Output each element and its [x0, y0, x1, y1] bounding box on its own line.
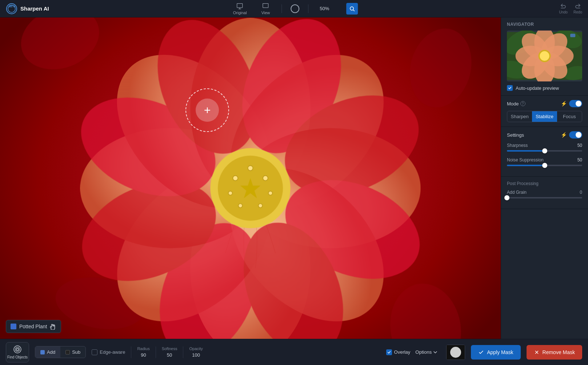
noise-suppression-thumb[interactable]: [542, 163, 547, 168]
add-button[interactable]: Add: [35, 346, 60, 358]
svg-point-28: [228, 191, 232, 195]
mode-label: Mode ?: [507, 101, 525, 107]
sharpness-slider-row: Sharpness 50: [507, 143, 582, 152]
zoom-level: 50%: [317, 6, 332, 11]
sub-label: Sub: [72, 349, 80, 355]
svg-point-30: [238, 204, 242, 208]
app-logo: BETA Sharpen AI: [6, 3, 49, 15]
settings-label: Settings: [507, 132, 524, 138]
app-logo-icon: BETA: [6, 3, 17, 15]
app-title: Sharpen AI: [20, 5, 49, 12]
canvas-area[interactable]: + Potted Plant: [0, 17, 501, 339]
canvas-object-label: Potted Plant: [6, 320, 61, 333]
svg-line-8: [353, 10, 355, 11]
separator-3: [183, 346, 183, 358]
add-grain-thumb[interactable]: [504, 195, 509, 200]
noise-suppression-track[interactable]: [507, 165, 582, 166]
add-grain-label: Add Grain: [507, 190, 527, 195]
edge-aware-checkbox[interactable]: [92, 349, 97, 355]
softness-label: Softness: [162, 346, 177, 351]
radius-value: 90: [141, 352, 146, 358]
hand-tool-icon: [50, 323, 56, 330]
circle-indicator: [291, 4, 299, 13]
sharpness-fill: [507, 150, 545, 152]
apply-mask-label: Apply Mask: [487, 349, 513, 355]
sub-color-indicator: [65, 350, 70, 354]
topbar: BETA Sharpen AI Original View 50% Undo R…: [0, 0, 588, 17]
post-processing-section: Post Processing Add Grain 0: [501, 177, 588, 209]
svg-point-27: [268, 191, 272, 195]
noise-suppression-slider-row: Noise Suppression 50: [507, 157, 582, 166]
mode-help-icon[interactable]: ?: [520, 101, 525, 106]
overlay-checkbox[interactable]: [386, 349, 392, 355]
label-color-swatch: [11, 324, 16, 329]
auto-update-checkbox[interactable]: [507, 85, 513, 91]
find-objects-button[interactable]: Find Objects: [6, 342, 29, 362]
noise-suppression-label: Noise Suppression: [507, 157, 544, 163]
noise-suppression-value: 50: [577, 157, 582, 163]
sub-button[interactable]: Sub: [60, 346, 85, 358]
undo-button[interactable]: Undo: [559, 3, 568, 14]
topbar-divider-2: [308, 4, 308, 13]
nav-thumb-image: [507, 31, 582, 81]
add-grain-label-row: Add Grain 0: [507, 190, 582, 195]
svg-rect-3: [237, 3, 243, 8]
tab-stabilize[interactable]: Stabilize: [532, 111, 557, 122]
sharpness-thumb[interactable]: [542, 148, 547, 153]
opacity-label: Opacity: [189, 346, 203, 351]
add-grain-slider-row: Add Grain 0: [507, 190, 582, 198]
post-processing-title: Post Processing: [507, 181, 582, 186]
apply-mask-button[interactable]: Apply Mask: [471, 345, 520, 360]
remove-mask-button[interactable]: Remove Mask: [527, 345, 582, 360]
redo-button[interactable]: Redo: [573, 3, 582, 14]
mode-toggle[interactable]: [569, 100, 582, 107]
svg-rect-6: [263, 3, 268, 8]
softness-value: 50: [167, 352, 172, 358]
mask-thumb-image: [447, 345, 465, 360]
topbar-divider: [281, 4, 282, 13]
opacity-value: 100: [192, 352, 200, 358]
svg-point-24: [263, 176, 268, 181]
auto-update-row: Auto-update preview: [507, 85, 582, 91]
remove-mask-label: Remove Mask: [543, 349, 575, 355]
add-grain-track[interactable]: [507, 197, 582, 198]
softness-group: Softness 50: [162, 346, 177, 358]
overlay-row: Overlay Options: [386, 348, 441, 356]
remove-mask-icon: [534, 349, 540, 355]
view-label: View: [261, 11, 270, 15]
sharpness-track[interactable]: [507, 150, 582, 152]
bottom-bar: Find Objects Add Sub Edge-aware Radius 9…: [0, 339, 588, 365]
mode-toggle-row: ⚡: [561, 100, 582, 107]
sharpness-label: Sharpness: [507, 143, 528, 148]
settings-header-row: Settings ⚡: [507, 131, 582, 139]
original-label: Original: [233, 11, 247, 15]
original-button[interactable]: Original: [230, 1, 250, 16]
add-sub-controls: Add Sub: [35, 346, 86, 358]
edge-aware-row: Edge-aware: [92, 349, 125, 355]
mode-section: Mode ? ⚡ Sharpen Stabilize Focus: [501, 96, 588, 127]
add-grain-value: 0: [580, 190, 582, 195]
sharpness-label-row: Sharpness 50: [507, 143, 582, 148]
settings-lightning-icon: ⚡: [561, 132, 567, 138]
svg-point-53: [540, 51, 549, 61]
tab-sharpen[interactable]: Sharpen: [507, 111, 532, 122]
sharpness-value: 50: [577, 143, 582, 148]
lightning-icon: ⚡: [561, 101, 567, 107]
view-button[interactable]: View: [259, 1, 273, 16]
svg-point-7: [350, 7, 353, 10]
search-button[interactable]: [346, 3, 358, 15]
tab-focus[interactable]: Focus: [557, 111, 582, 122]
navigator-title: NAVIGATOR: [507, 22, 582, 27]
settings-toggle-row: ⚡: [561, 131, 582, 139]
svg-rect-54: [570, 34, 575, 37]
svg-point-26: [248, 166, 253, 171]
canvas-image: + Potted Plant: [0, 17, 501, 339]
fingerprint-icon: [13, 345, 22, 354]
add-label: Add: [47, 349, 55, 355]
settings-toggle[interactable]: [569, 131, 582, 139]
svg-text:BETA: BETA: [9, 5, 16, 8]
options-button[interactable]: Options: [412, 348, 440, 356]
radius-group: Radius 90: [137, 346, 149, 358]
flower-image: [0, 17, 501, 339]
svg-point-55: [16, 348, 19, 350]
